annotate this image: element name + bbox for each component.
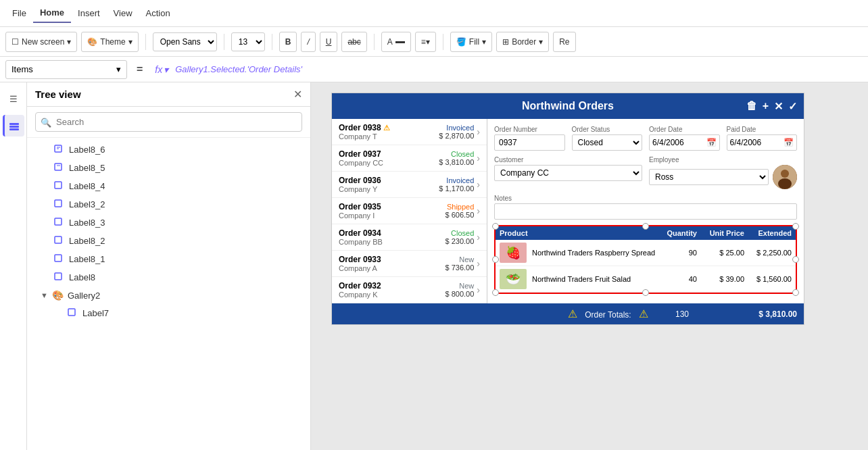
tree-item-label8-3[interactable]: Label8_3 [27, 214, 310, 232]
menu-action[interactable]: Action [139, 4, 177, 22]
menu-view[interactable]: View [107, 4, 139, 22]
order-amount: $ 230.00 [445, 237, 475, 245]
order-row-0932[interactable]: Order 0932 Company K New $ 800.00 › [332, 277, 487, 303]
new-screen-button[interactable]: ☐ New screen ▾ [5, 32, 77, 52]
tree-item-label8[interactable]: Label8 [27, 268, 310, 286]
svg-rect-10 [55, 218, 62, 225]
chevron-icon: › [477, 284, 480, 295]
cancel-icon[interactable]: ✕ [774, 100, 783, 113]
order-row-0934[interactable]: Order 0934 Company BB Closed $ 230.00 › [332, 224, 487, 251]
theme-button[interactable]: 🎨 Theme ▾ [81, 32, 138, 52]
employee-field: Employee Ross [649, 156, 797, 189]
svg-rect-0 [9, 123, 19, 125]
tree-item-label8-4[interactable]: Label8_4 [27, 177, 310, 195]
order-company: Company I [339, 211, 445, 220]
svg-rect-8 [55, 182, 62, 189]
order-status-select[interactable]: Closed Invoiced Shipped New [572, 134, 643, 151]
resize-handle-tm[interactable] [642, 223, 649, 230]
tree-item-label3-2[interactable]: Label3_2 [27, 195, 310, 214]
label-icon [54, 180, 64, 192]
strikethrough-button[interactable]: abc [341, 32, 366, 52]
menu-bar: File Home Insert View Action [0, 0, 868, 27]
notes-input[interactable] [494, 203, 797, 220]
separator-4 [374, 34, 375, 50]
order-status-field: Order Status Closed Invoiced Shipped New [572, 126, 643, 151]
tree-view-title: Tree view [35, 89, 293, 100]
customer-select[interactable]: Company CC [494, 165, 642, 181]
resize-handle-tr[interactable] [792, 223, 799, 230]
resize-handle-lm[interactable] [492, 256, 499, 263]
order-row-0933[interactable]: Order 0933 Company A New $ 736.00 › [332, 251, 487, 277]
tree-item-label8-5[interactable]: Label8_5 [27, 159, 310, 177]
employee-select[interactable]: Ross [649, 169, 769, 185]
footer-totals-label: ⚠ Order Totals: ⚠ [339, 307, 648, 320]
sidebar-items: Label8_6 Label8_5 Label8_4 Label3_2 [27, 138, 310, 450]
paid-calendar-icon[interactable]: 📅 [783, 138, 794, 147]
product-price-1: $ 25.00 [697, 249, 744, 257]
order-row-0937[interactable]: Order 0937 Company CC Closed $ 3,810.00 … [332, 145, 487, 172]
close-button[interactable]: ✕ [293, 88, 302, 101]
fx-chevron-icon: ▾ [164, 64, 168, 75]
northwind-app: Northwind Orders 🗑 + ✕ ✓ Order 0938 ⚠ [331, 93, 804, 325]
app-header: Northwind Orders 🗑 + ✕ ✓ [332, 93, 804, 119]
resize-handle-bl[interactable] [492, 289, 499, 296]
tree-item-label8-6[interactable]: Label8_6 [27, 141, 310, 159]
product-row-1[interactable]: 🍓 Northwind Traders Raspberry Spread 90 … [496, 240, 796, 266]
fill-button[interactable]: 🪣 Fill ▾ [450, 32, 492, 52]
separator-3 [272, 34, 272, 50]
tree-item-label8-2[interactable]: Label8_2 [27, 232, 310, 250]
align-button[interactable]: ≡▾ [415, 32, 436, 52]
footer-total-extended: $ 3,810.00 [743, 309, 797, 319]
formula-text[interactable]: Gallery1.Selected.'Order Details' [175, 64, 302, 74]
orders-list: Order 0938 ⚠ Company T Invoiced $ 2,870.… [332, 119, 487, 303]
gallery2-icon: 🎨 [52, 290, 64, 301]
underline-button[interactable]: U [320, 32, 338, 52]
menu-insert[interactable]: Insert [71, 4, 107, 22]
property-dropdown[interactable]: Items ▾ [5, 60, 127, 79]
bold-button[interactable]: B [279, 32, 297, 52]
order-row-0936[interactable]: Order 0936 Company Y Invoiced $ 1,170.00… [332, 172, 487, 198]
canvas: Northwind Orders 🗑 + ✕ ✓ Order 0938 ⚠ [311, 82, 868, 450]
chevron-icon: › [477, 179, 480, 190]
menu-home[interactable]: Home [33, 3, 71, 23]
resize-handle-bm[interactable] [642, 289, 649, 296]
nav-hamburger[interactable]: ☰ [3, 88, 24, 109]
font-color-button[interactable]: A [381, 32, 411, 52]
order-number: Order 0934 [339, 228, 445, 238]
toolbar: ☐ New screen ▾ 🎨 Theme ▾ Open Sans 13 B … [0, 27, 868, 57]
order-number: Order 0935 [339, 202, 445, 211]
fx-label: fx ▾ [152, 64, 171, 75]
search-input[interactable] [35, 112, 302, 132]
order-number: Order 0938 ⚠ [339, 123, 439, 132]
employee-label: Employee [649, 156, 797, 164]
svg-point-17 [778, 178, 792, 189]
resize-handle-tl[interactable] [492, 223, 499, 230]
order-row-0938[interactable]: Order 0938 ⚠ Company T Invoiced $ 2,870.… [332, 119, 487, 145]
paid-date-field: Paid Date 6/4/2006 📅 [727, 126, 798, 151]
confirm-icon[interactable]: ✓ [788, 100, 797, 113]
reorder-button[interactable]: Re [553, 32, 575, 52]
italic-button[interactable]: / [301, 32, 315, 52]
delete-icon[interactable]: 🗑 [746, 100, 757, 113]
label-icon [68, 307, 77, 319]
resize-handle-br[interactable] [792, 289, 799, 296]
border-button[interactable]: ⊞ Border ▾ [496, 32, 549, 52]
font-size-select[interactable]: 13 [231, 32, 265, 51]
resize-handle-rm[interactable] [792, 256, 799, 263]
order-status: Closed [445, 229, 475, 237]
order-number-input[interactable] [494, 134, 565, 151]
tree-item-label7[interactable]: Label7 [27, 304, 310, 322]
customer-label: Customer [494, 156, 642, 164]
calendar-icon[interactable]: 📅 [706, 138, 717, 147]
menu-file[interactable]: File [5, 4, 33, 22]
tree-item-label8-1[interactable]: Label8_1 [27, 250, 310, 268]
chevron-icon: › [477, 153, 480, 164]
app-body: Order 0938 ⚠ Company T Invoiced $ 2,870.… [332, 119, 804, 303]
add-icon[interactable]: + [763, 100, 769, 113]
font-family-select[interactable]: Open Sans [153, 32, 217, 51]
order-amount: $ 736.00 [445, 264, 475, 272]
footer-total-qty: 130 [648, 309, 689, 319]
nav-layers[interactable] [3, 115, 24, 136]
order-row-0935[interactable]: Order 0935 Company I Shipped $ 606.50 › [332, 198, 487, 224]
tree-group-gallery2[interactable]: ▼ 🎨 Gallery2 [27, 286, 310, 304]
